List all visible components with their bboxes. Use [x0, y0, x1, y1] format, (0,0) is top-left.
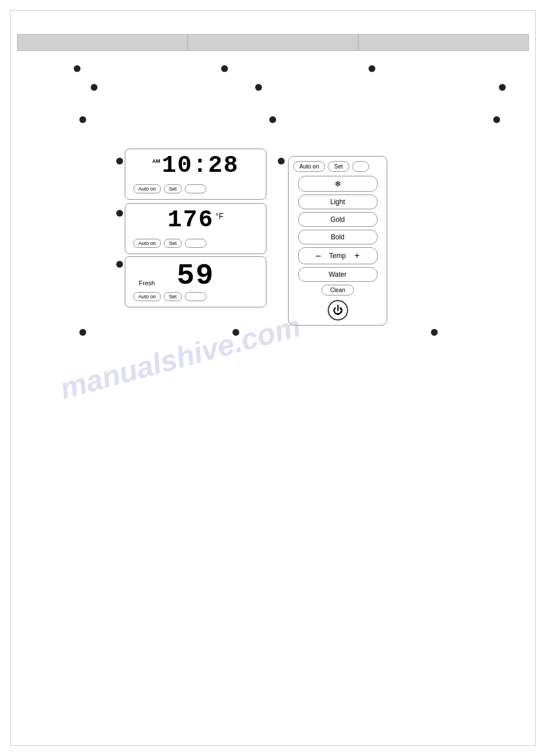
- clean-btn[interactable]: Clean: [321, 285, 353, 295]
- control-blank-btn[interactable]: [352, 161, 369, 172]
- col-header-1: [17, 34, 188, 51]
- bullet-dot-14: [79, 329, 86, 336]
- watermark: manualshive.com: [57, 309, 304, 406]
- column-headers: [17, 34, 529, 51]
- fresh-value: 59: [177, 261, 214, 291]
- am-label: AM: [152, 158, 160, 164]
- fresh-label: Fresh: [139, 280, 155, 286]
- bullet-dot-7: [79, 116, 86, 123]
- temp-unit: °F: [215, 212, 223, 221]
- temp-autoon-btn[interactable]: Auto on: [133, 239, 161, 248]
- control-autoon-btn[interactable]: Auto on: [293, 161, 325, 172]
- gold-btn[interactable]: Gold: [298, 212, 378, 227]
- power-icon: ⏻: [333, 305, 343, 316]
- bullet-dot-15: [232, 329, 239, 336]
- temp-control-label: Temp: [329, 252, 346, 260]
- power-btn[interactable]: ⏻: [328, 300, 348, 320]
- bullet-dot-8: [269, 116, 276, 123]
- col-header-3: [358, 34, 529, 51]
- fresh-display-panel: Fresh 59 Auto on Set: [125, 256, 266, 307]
- temp-minus-btn[interactable]: –: [316, 251, 321, 261]
- bullet-dot-6: [499, 84, 506, 91]
- bullet-dot-13: [116, 261, 123, 268]
- bullet-dot-9: [493, 116, 500, 123]
- water-btn[interactable]: Water: [298, 267, 378, 282]
- snowflake-btn[interactable]: ❄: [298, 176, 378, 192]
- bullet-dot-12: [116, 210, 123, 217]
- temp-extra-btn[interactable]: [185, 239, 206, 248]
- bullet-dot-10: [116, 158, 123, 164]
- control-panel: Auto on Set ❄ Light Gold Bold – Temp + W…: [288, 156, 387, 326]
- temp-plus-btn[interactable]: +: [354, 251, 359, 261]
- temp-control-row: – Temp +: [298, 247, 378, 264]
- temp-value: 176: [168, 208, 214, 232]
- bullet-dot-11: [278, 158, 285, 164]
- light-btn[interactable]: Light: [298, 195, 378, 209]
- bullet-dot-4: [91, 84, 98, 91]
- clock-extra-btn[interactable]: [185, 184, 206, 193]
- bold-btn[interactable]: Bold: [298, 230, 378, 244]
- col-header-2: [188, 34, 358, 51]
- bullet-dot-3: [369, 65, 375, 72]
- clock-set-btn[interactable]: Set: [164, 184, 182, 193]
- bullet-dot-16: [431, 329, 438, 336]
- control-top-row: Auto on Set: [293, 161, 382, 172]
- clock-time: 10:28: [162, 154, 239, 178]
- control-set-btn[interactable]: Set: [328, 161, 349, 172]
- fresh-set-btn[interactable]: Set: [164, 292, 182, 301]
- bullet-dot-1: [74, 65, 81, 72]
- clock-autoon-btn[interactable]: Auto on: [133, 184, 161, 193]
- clock-display-panel: AM 10:28 Auto on Set: [125, 149, 266, 200]
- temp-set-btn[interactable]: Set: [164, 239, 182, 248]
- temp-display-panel: 176 °F Auto on Set: [125, 203, 266, 254]
- fresh-extra-btn[interactable]: [185, 292, 206, 301]
- bullet-dot-2: [221, 65, 228, 72]
- bullet-dot-5: [255, 84, 262, 91]
- fresh-autoon-btn[interactable]: Auto on: [133, 292, 161, 301]
